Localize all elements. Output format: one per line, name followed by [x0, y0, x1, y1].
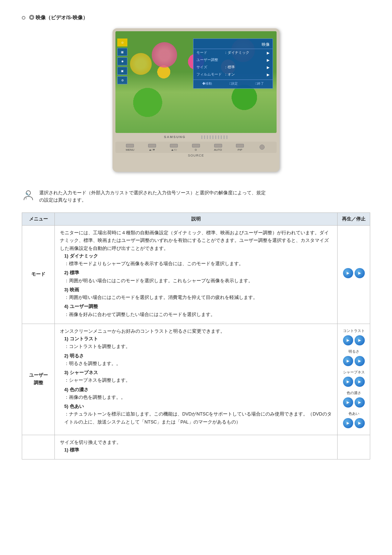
monitor-icon-2: ▦ [117, 48, 127, 56]
flower-yellow [130, 53, 152, 75]
play-stop-pair-brightness: ▶ ▶ [343, 356, 365, 366]
monitor-btn-brightness[interactable]: ▲/▼ [147, 143, 157, 151]
svg-text:🔧: 🔧 [25, 192, 30, 197]
mode-desc-main: モニターには、工場出荷時に４種類の自動画像設定（ダイナミック、標準、映画およびユ… [60, 229, 332, 252]
play-stop-pair-mode: ▶ ▶ [343, 268, 365, 278]
monitor-screen: ⊙ ▦ ✱ ▣ ⚙ 映像 モード ：ダイナミック ▶ ユーザー調整 ▶ [115, 31, 277, 133]
play-stop-user-adjust: コントラスト ▶ ▶ 明るさ ▶ ▶ シャープネス ▶ [338, 324, 370, 435]
play-stop-brightness: 明るさ ▶ ▶ [343, 348, 365, 366]
play-btn-mode-2[interactable]: ▶ [355, 268, 365, 278]
monitor-icon-4: ▣ [117, 67, 127, 75]
play-label-sharpness: シャープネス [343, 369, 365, 375]
monitor-btn-pip-rect [236, 144, 244, 147]
monitor-btn-pip[interactable]: PIP [235, 143, 245, 151]
play-stop-color-density: 色の濃さ ▶ ▶ [343, 390, 365, 408]
table-header-description: 説明 [55, 213, 338, 226]
play-label-color-density: 色の濃さ [343, 390, 365, 396]
menu-name-user-adjust: ユーザー調整 [22, 324, 55, 435]
monitor-btn-brightness-rect [148, 144, 156, 147]
osd-footer-ok: □決定 [229, 81, 238, 86]
page-title: ◎ 映像（ビデオ/S-映像） [22, 15, 370, 21]
osd-arrow-3: ▶ [267, 65, 270, 69]
osd-arrow-1: ▶ [267, 51, 270, 55]
monitor-left-icons: ⊙ ▦ ✱ ▣ ⚙ [117, 39, 127, 84]
monitor-buttons-row: MENU ▲/▼ ▲/☆ ⊙ AUTO PIP [115, 142, 277, 153]
table-header-play-stop: 再生／停止 [338, 213, 370, 226]
monitor-icon-3: ✱ [117, 57, 127, 65]
user-adjust-sub-2: 2) 明るさ：明るさを調整します。。 [64, 352, 332, 368]
monitor-indicator-bar: ▐▐▐▐▐▐▐▐▐▐ [200, 135, 228, 139]
info-box: 🔧 選択された入力モード（外部入力カリストで選択された入力信号ソース）と選択中の… [22, 186, 370, 207]
monitor-btn-power[interactable] [257, 145, 267, 150]
menu-desc-size: サイズを切り換えできます。 1) 標準 [55, 435, 338, 459]
osd-key-2: ユーザー調整 [196, 57, 222, 62]
play-stop-sharpness: シャープネス ▶ ▶ [343, 369, 365, 387]
size-sub-1: 1) 標準 [64, 446, 332, 454]
play-btn-contrast-1[interactable]: ▶ [343, 335, 353, 345]
play-btn-hue-1[interactable]: ▶ [343, 418, 353, 428]
user-adjust-sub-1: 1) コントラスト：コントラストを調整します。 [64, 335, 332, 351]
monitor-btn-auto-label: AUTO [213, 148, 223, 151]
table-row-size: サイズを切り換えできます。 1) 標準 [22, 435, 370, 459]
monitor-btn-menu[interactable]: MENU [125, 143, 135, 151]
monitor-btn-pip-label: PIP [235, 148, 245, 151]
monitor-brand: SAMSUNG ▐▐▐▐▐▐▐▐▐▐ [115, 135, 277, 139]
info-icon: 🔧 [22, 189, 35, 202]
osd-val-3: ：標準 [224, 65, 265, 70]
osd-val-4: ：オン [224, 72, 265, 77]
play-btn-mode-1[interactable]: ▶ [343, 268, 353, 278]
play-btn-color-density-2[interactable]: ▶ [355, 397, 365, 408]
osd-arrow-4: ▶ [267, 73, 270, 77]
monitor-btn-contrast-rect [170, 144, 178, 147]
monitor-btn-contrast[interactable]: ▲/☆ [169, 143, 179, 151]
user-adjust-desc-main: オンスクリーンメニューからお好みのコントラストと明るさに変更できます。 [60, 328, 332, 335]
monitor-illustration: ⊙ ▦ ✱ ▣ ⚙ 映像 モード ：ダイナミック ▶ ユーザー調整 ▶ [22, 28, 370, 172]
play-stop-pair-contrast: ▶ ▶ [343, 335, 365, 345]
osd-title: 映像 [193, 41, 273, 49]
play-btn-hue-2[interactable]: ▶ [355, 418, 365, 428]
monitor-btn-auto[interactable]: AUTO [213, 143, 223, 151]
menu-desc-mode: モニターには、工場出荷時に４種類の自動画像設定（ダイナミック、標準、映画およびユ… [55, 226, 338, 324]
size-desc-main: サイズを切り換えできます。 [60, 439, 332, 446]
play-btn-sharpness-2[interactable]: ▶ [355, 377, 365, 387]
monitor-btn-select-rect [192, 144, 200, 147]
mode-sub-3: 3) 映画：周囲が暗い場合にはこのモードを選択します。消費電力を抑えて目の疲れを… [64, 286, 332, 302]
osd-item-1: モード ：ダイナミック ▶ [193, 49, 273, 56]
user-adjust-sub-items: 1) コントラスト：コントラストを調整します。 2) 明るさ：明るさを調整します… [64, 335, 332, 426]
title-circle-icon [22, 16, 25, 20]
osd-key-1: モード [196, 50, 222, 55]
mode-sub-2: 2) 標準：周囲が明るい場合にはこのモードを選択します。これもシャープな画像を表… [64, 269, 332, 285]
monitor-btn-menu-label: MENU [125, 148, 135, 151]
monitor-btn-select[interactable]: ⊙ [191, 143, 201, 151]
menu-name-mode: モード [22, 226, 55, 324]
osd-footer-move: ◆移動 [202, 81, 212, 86]
monitor-btn-menu-rect [126, 144, 134, 147]
play-stop-contrast: コントラスト ▶ ▶ [343, 328, 365, 345]
osd-footer: ◆移動 □決定 □終了 [193, 80, 273, 86]
play-btn-contrast-2[interactable]: ▶ [355, 335, 365, 345]
table-header-menu: メニュー [22, 213, 55, 226]
monitor-source-label: SOURCE [115, 154, 277, 157]
play-btn-brightness-1[interactable]: ▶ [343, 356, 353, 366]
osd-item-4: フィルムモード ：オン ▶ [193, 71, 273, 78]
play-btn-brightness-2[interactable]: ▶ [355, 356, 365, 366]
play-label-hue: 色あい [343, 410, 365, 417]
osd-footer-exit: □終了 [256, 81, 264, 86]
user-adjust-sub-4: 4) 色の濃さ：画像の色を調整します。。 [64, 386, 332, 402]
play-stop-pair-hue: ▶ ▶ [343, 418, 365, 428]
monitor-btn-power-circle [260, 145, 265, 150]
osd-item-2: ユーザー調整 ▶ [193, 56, 273, 64]
user-adjust-sub-5: 5) 色あい：ナチュラルトーンを標示に追加します。この機能は、DVDがNTSCを… [64, 403, 332, 426]
osd-item-3: サイズ ：標準 ▶ [193, 64, 273, 71]
play-stop-pair-sharpness: ▶ ▶ [343, 377, 365, 387]
table-row-user-adjust: ユーザー調整 オンスクリーンメニューからお好みのコントラストと明るさに変更できま… [22, 324, 370, 435]
monitor-btn-contrast-label: ▲/☆ [169, 148, 179, 151]
monitor-btn-brightness-label: ▲/▼ [147, 148, 157, 151]
play-btn-color-density-1[interactable]: ▶ [343, 397, 353, 408]
play-label-brightness: 明るさ [343, 348, 365, 355]
osd-arrow-2: ▶ [267, 58, 270, 62]
info-svg-icon: 🔧 [22, 189, 35, 202]
table-row-mode: モード モニターには、工場出荷時に４種類の自動画像設定（ダイナミック、標準、映画… [22, 226, 370, 324]
monitor-outer: ⊙ ▦ ✱ ▣ ⚙ 映像 モード ：ダイナミック ▶ ユーザー調整 ▶ [113, 28, 279, 172]
play-btn-sharpness-1[interactable]: ▶ [343, 377, 353, 387]
